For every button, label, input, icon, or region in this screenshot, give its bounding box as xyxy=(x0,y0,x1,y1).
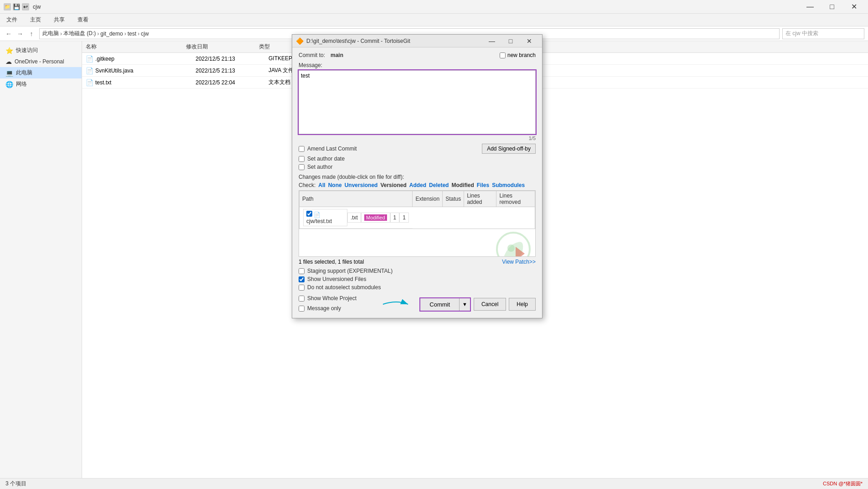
ribbon-tab-view[interactable]: 查看 xyxy=(75,15,91,25)
set-author-date-row: Set author date xyxy=(299,156,536,162)
col-path[interactable]: Path xyxy=(300,191,413,207)
filter-modified[interactable]: Modified xyxy=(451,182,474,188)
bc-disk: 本地磁盘 (D:) xyxy=(63,30,96,37)
signed-off-button[interactable]: Add Signed-off-by xyxy=(482,144,536,154)
file-icon-svnkit: 📄 xyxy=(86,67,93,74)
commit-button-group: Commit ▼ xyxy=(419,297,471,312)
ribbon-tab-share[interactable]: 共享 xyxy=(51,15,67,25)
bc-cjw: cjw xyxy=(141,31,149,37)
bc-test: test xyxy=(128,31,136,37)
set-author-date-checkbox[interactable] xyxy=(299,156,305,162)
status-bar: 3 个项目 CSDN @*猪圆圆* xyxy=(0,478,868,489)
col-lines-added[interactable]: Lines added xyxy=(464,191,496,207)
search-box[interactable]: 在 cjw 中搜索 xyxy=(782,28,864,39)
undo-icon: ↩ xyxy=(22,3,29,10)
svg-point-2 xyxy=(507,244,515,252)
show-unversioned-row: Show Unversioned Files xyxy=(299,276,536,282)
show-unversioned-label: Show Unversioned Files xyxy=(307,276,366,282)
col-header-date[interactable]: 修改日期 xyxy=(186,43,259,51)
forward-button[interactable]: → xyxy=(15,29,25,39)
amend-checkbox[interactable] xyxy=(299,146,305,152)
new-branch-label: new branch xyxy=(507,52,536,58)
star-icon: ⭐ xyxy=(5,47,13,54)
file-date-svnkit: 2022/12/5 21:13 xyxy=(196,68,269,74)
minimize-button[interactable]: — xyxy=(800,0,821,14)
col-header-name[interactable]: 名称 xyxy=(86,43,186,51)
char-counter: 1/5 xyxy=(529,135,536,141)
show-whole-label: Show Whole Project xyxy=(307,295,356,302)
file-icon-testtxt: 📄 xyxy=(86,79,93,86)
cell-lines-removed: 1 xyxy=(399,213,409,223)
dialog-maximize-button[interactable]: □ xyxy=(501,36,520,47)
maximize-button[interactable]: □ xyxy=(822,0,842,14)
set-author-row: Set author xyxy=(299,164,536,170)
staging-checkbox[interactable] xyxy=(299,268,305,274)
show-unversioned-checkbox[interactable] xyxy=(299,276,305,282)
ribbon: 文件 主页 共享 查看 xyxy=(0,14,868,26)
close-button[interactable]: ✕ xyxy=(843,0,864,14)
filter-row: Check: All None Unversioned Versioned Ad… xyxy=(299,182,536,188)
sidebar: ⭐ 快速访问 ☁ OneDrive - Personal 💻 此电脑 🌐 网络 xyxy=(0,41,82,489)
commit-dropdown-button[interactable]: ▼ xyxy=(459,298,470,311)
message-label: Message: xyxy=(299,62,536,68)
file-name-svnkit: SvnKitUtils.java xyxy=(95,68,196,74)
sidebar-label-onedrive: OneDrive - Personal xyxy=(15,58,64,65)
set-author-checkbox[interactable] xyxy=(299,164,305,170)
ribbon-tab-file[interactable]: 文件 xyxy=(4,15,20,25)
files-table-container: Path Extension Status Lines added Lines … xyxy=(299,190,536,257)
save-icon: 💾 xyxy=(13,3,20,10)
sidebar-item-network[interactable]: 🌐 网络 xyxy=(0,78,82,90)
dialog-minimize-button[interactable]: — xyxy=(483,36,501,47)
message-only-checkbox[interactable] xyxy=(299,306,305,312)
back-button[interactable]: ← xyxy=(4,29,14,39)
filter-unversioned[interactable]: Unversioned xyxy=(345,182,378,188)
cloud-icon: ☁ xyxy=(5,58,12,65)
filter-versioned[interactable]: Versioned xyxy=(380,182,406,188)
status-badge: Modified xyxy=(364,214,387,221)
view-patch-link[interactable]: View Patch>> xyxy=(502,259,536,265)
dialog-close-button[interactable]: ✕ xyxy=(520,36,538,47)
sidebar-item-thispc[interactable]: 💻 此电脑 xyxy=(0,67,82,78)
filter-deleted[interactable]: Deleted xyxy=(429,182,449,188)
sidebar-item-onedrive[interactable]: ☁ OneDrive - Personal xyxy=(0,56,82,67)
window-title: cjw xyxy=(33,4,796,10)
set-author-date-label: Set author date xyxy=(307,156,345,162)
do-not-autoselect-checkbox[interactable] xyxy=(299,285,305,291)
amend-label: Amend Last Commit xyxy=(307,146,357,152)
file-icon-gitkeep: 📄 xyxy=(86,55,93,62)
file-date-gitkeep: 2022/12/5 21:13 xyxy=(196,56,269,62)
sidebar-item-quickaccess[interactable]: ⭐ 快速访问 xyxy=(0,45,82,56)
up-button[interactable]: ↑ xyxy=(26,29,36,39)
file-checkbox[interactable] xyxy=(306,211,312,217)
table-row[interactable]: 📄 cjw/test.txt .txt Modified 1 1 xyxy=(300,207,413,229)
col-lines-removed[interactable]: Lines removed xyxy=(496,191,535,207)
new-branch-checkbox[interactable] xyxy=(500,52,506,58)
amend-checkbox-row: Amend Last Commit Add Signed-off-by xyxy=(299,144,536,154)
sidebar-label-quickaccess: 快速访问 xyxy=(16,47,38,54)
cell-path-text: cjw/test.txt xyxy=(306,218,332,224)
ribbon-tab-home[interactable]: 主页 xyxy=(27,15,44,25)
show-whole-checkbox[interactable] xyxy=(299,296,305,302)
title-bar-icons: 📁 💾 ↩ xyxy=(4,3,29,10)
file-icon-small: 📄 xyxy=(314,212,320,218)
filter-files[interactable]: Files xyxy=(477,182,489,188)
col-extension[interactable]: Extension xyxy=(413,191,443,207)
cancel-button[interactable]: Cancel xyxy=(474,298,506,311)
filter-added[interactable]: Added xyxy=(409,182,426,188)
commit-branch: main xyxy=(331,52,343,58)
message-textarea[interactable]: test xyxy=(299,70,536,134)
filter-none[interactable]: None xyxy=(328,182,342,188)
changes-label: Changes made (double-click on file for d… xyxy=(299,174,536,180)
cell-status: Modified xyxy=(361,213,390,223)
dialog-title-bar: 🔶 D:\git_demo\test\cjw - Commit - Tortoi… xyxy=(292,35,542,47)
file-name-testtxt: test.txt xyxy=(95,79,196,86)
filter-all[interactable]: All xyxy=(318,182,325,188)
summary-text: 1 files selected, 1 files total xyxy=(299,259,364,265)
filter-submodules[interactable]: Submodules xyxy=(492,182,525,188)
help-button[interactable]: Help xyxy=(509,298,536,311)
message-only-row: Message only xyxy=(299,305,376,312)
sidebar-label-thispc: 此电脑 xyxy=(16,69,32,77)
col-status[interactable]: Status xyxy=(443,191,464,207)
nav-buttons: ← → ↑ xyxy=(4,29,36,39)
commit-main-button[interactable]: Commit xyxy=(420,298,459,311)
